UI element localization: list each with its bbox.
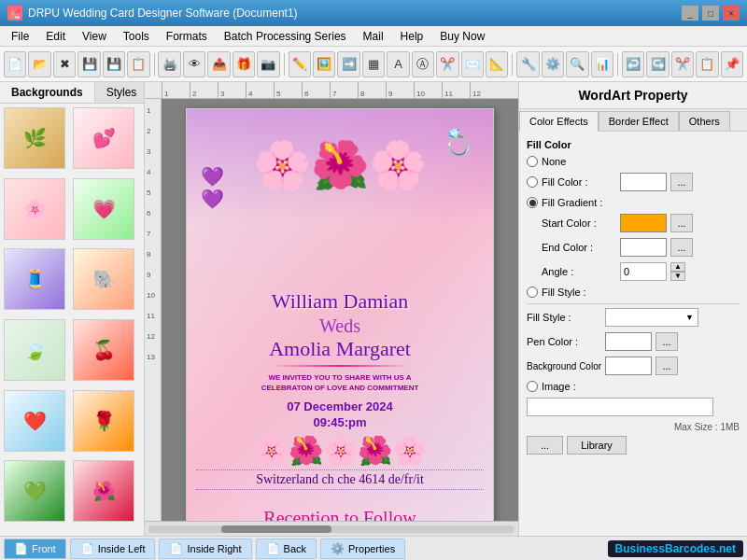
- export-button[interactable]: 📤: [207, 51, 230, 77]
- cut-button[interactable]: ✂️: [671, 51, 694, 77]
- save-button[interactable]: 💾: [78, 51, 100, 77]
- wordart-button[interactable]: Ⓐ: [412, 51, 434, 77]
- tab-color-effects[interactable]: Color Effects: [519, 111, 599, 132]
- dots-button[interactable]: ...: [527, 436, 563, 455]
- redo-button[interactable]: ↪️: [646, 51, 669, 77]
- list-item[interactable]: 🌿: [4, 107, 65, 169]
- status-tab-inside-right[interactable]: 📄 Inside Right: [159, 539, 251, 559]
- list-item[interactable]: 🌸: [4, 178, 65, 240]
- end-color-picker-btn[interactable]: ...: [670, 238, 693, 257]
- angle-down-btn[interactable]: ▼: [670, 272, 685, 281]
- bg-color-picker-btn[interactable]: ...: [655, 357, 678, 375]
- list-item[interactable]: 💗: [73, 178, 134, 240]
- template-button[interactable]: 📋: [127, 51, 149, 77]
- horizontal-scrollbar[interactable]: [145, 521, 518, 536]
- list-item[interactable]: 💕: [73, 107, 134, 169]
- radio-fill-color[interactable]: [527, 176, 538, 188]
- bottom-buttons: ... Library: [527, 436, 740, 455]
- end-color-swatch[interactable]: [620, 238, 667, 257]
- paste-button[interactable]: 📌: [721, 51, 743, 77]
- menu-buynow[interactable]: Buy Now: [432, 28, 492, 45]
- close-doc-button[interactable]: ✖: [53, 51, 76, 77]
- tab-styles[interactable]: Styles: [95, 82, 145, 103]
- menu-batch[interactable]: Batch Processing Series: [217, 28, 354, 45]
- image-button[interactable]: 🖼️: [313, 51, 335, 77]
- window-controls[interactable]: _ □ ×: [682, 6, 740, 21]
- list-item[interactable]: ❤️: [4, 390, 65, 452]
- print-button[interactable]: 🖨️: [158, 51, 180, 77]
- new-button[interactable]: 📄: [4, 51, 26, 77]
- menu-edit[interactable]: Edit: [38, 28, 73, 45]
- barcode-button[interactable]: ▦: [362, 51, 385, 77]
- pen-button[interactable]: ✏️: [289, 51, 311, 77]
- save-all-button[interactable]: 💾: [103, 51, 125, 77]
- radio-fill-style[interactable]: [527, 287, 538, 298]
- angle-spinners: ▲ ▼: [670, 262, 685, 281]
- pen-color-picker-btn[interactable]: ...: [655, 332, 678, 351]
- maximize-button[interactable]: □: [702, 6, 719, 21]
- clipart-button[interactable]: ✂️: [436, 51, 458, 77]
- pen-color-label: Pen Color :: [527, 336, 601, 347]
- status-tab-properties[interactable]: ⚙️ Properties: [320, 539, 405, 559]
- radio-fill-gradient[interactable]: [527, 197, 538, 208]
- tool1-button[interactable]: 🔧: [516, 51, 539, 77]
- text-button[interactable]: A: [387, 51, 409, 77]
- list-item[interactable]: 🍃: [4, 319, 65, 381]
- list-item[interactable]: 🐘: [73, 248, 134, 310]
- undo-button[interactable]: ↩️: [622, 51, 644, 77]
- radio-image[interactable]: [527, 381, 538, 392]
- image-path-row: [527, 398, 740, 416]
- tab-border-effect[interactable]: Border Effect: [599, 111, 679, 131]
- copy-button[interactable]: 📋: [696, 51, 718, 77]
- shape-button[interactable]: 📐: [486, 51, 508, 77]
- canvas-scroll[interactable]: 🌸🌺🌸 💍 💜💜 William Damian Weds Amolia Marg…: [162, 99, 518, 521]
- start-color-picker-btn[interactable]: ...: [670, 214, 693, 232]
- list-item[interactable]: 🧵: [4, 248, 65, 310]
- fill-style-dropdown[interactable]: ▼: [605, 308, 698, 327]
- list-item[interactable]: 🍒: [73, 319, 134, 381]
- angle-row: Angle : ▲ ▼: [527, 262, 740, 281]
- status-tab-back[interactable]: 📄 Back: [256, 539, 317, 559]
- tool2-button[interactable]: ⚙️: [542, 51, 564, 77]
- list-item[interactable]: 🌺: [73, 460, 134, 522]
- tool3-button[interactable]: 🔍: [566, 51, 588, 77]
- image-path-input[interactable]: [527, 398, 713, 416]
- minimize-button[interactable]: _: [682, 6, 698, 21]
- menu-mail[interactable]: Mail: [356, 28, 391, 45]
- angle-up-btn[interactable]: ▲: [670, 262, 685, 272]
- start-color-swatch[interactable]: [620, 214, 667, 232]
- brand-text: BusinessBarcodes: [615, 542, 716, 555]
- pen-color-swatch[interactable]: [605, 332, 652, 351]
- close-button[interactable]: ×: [723, 6, 740, 21]
- preview-button[interactable]: 👁: [183, 51, 205, 77]
- thumbnail-grid: 🌿 💕 🌸 💗 🧵 🐘 🍃 🍒 ❤️ 🌹 💚 🌺: [0, 104, 144, 533]
- angle-input[interactable]: [620, 262, 667, 281]
- tab-backgrounds[interactable]: Backgrounds: [0, 82, 95, 103]
- menu-view[interactable]: View: [75, 28, 114, 45]
- list-item[interactable]: 💚: [4, 460, 65, 522]
- menu-tools[interactable]: Tools: [116, 28, 157, 45]
- status-tab-front[interactable]: 📄 Front: [4, 539, 66, 559]
- list-item[interactable]: 🌹: [73, 390, 134, 452]
- library-button[interactable]: Library: [567, 436, 627, 455]
- gift-button[interactable]: 🎁: [233, 51, 255, 77]
- symbol-button[interactable]: ✉️: [461, 51, 484, 77]
- open-button[interactable]: 📂: [28, 51, 50, 77]
- front-icon: 📄: [14, 542, 28, 555]
- tool4-button[interactable]: 📊: [591, 51, 613, 77]
- arrow-button[interactable]: ➡️: [337, 51, 359, 77]
- bg-color-label: Background Color: [527, 361, 601, 371]
- wedding-card[interactable]: 🌸🌺🌸 💍 💜💜 William Damian Weds Amolia Marg…: [186, 108, 494, 521]
- fill-color-swatch[interactable]: [620, 173, 667, 191]
- radio-none[interactable]: [527, 156, 538, 167]
- camera-button[interactable]: 📷: [257, 51, 279, 77]
- status-tab-inside-left[interactable]: 📄 Inside Left: [70, 539, 156, 559]
- bg-color-swatch[interactable]: [605, 357, 652, 375]
- menu-help[interactable]: Help: [393, 28, 431, 45]
- tab-others[interactable]: Others: [679, 111, 730, 131]
- menu-file[interactable]: File: [4, 28, 36, 45]
- menu-formats[interactable]: Formats: [159, 28, 215, 45]
- fill-gradient-row: Fill Gradient :: [527, 197, 740, 208]
- status-tab-inside-right-label: Inside Right: [187, 543, 241, 554]
- fill-color-picker-btn[interactable]: ...: [670, 173, 693, 191]
